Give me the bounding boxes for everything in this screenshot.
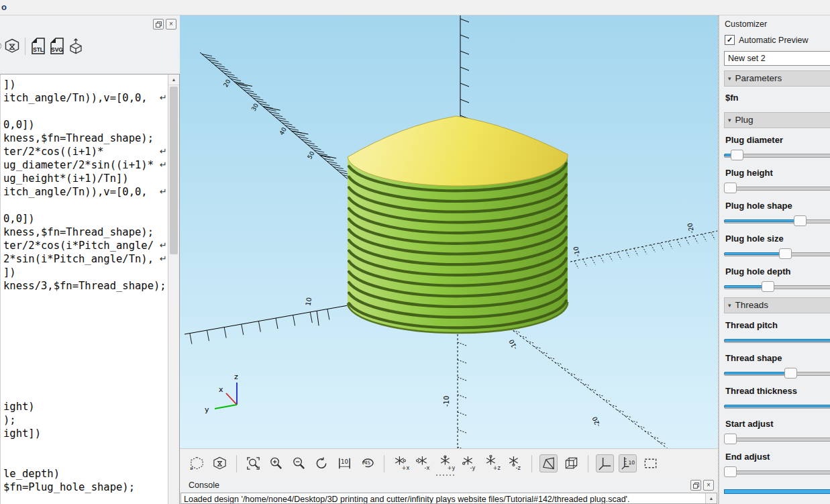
viewport-canvas[interactable]: -102030405010-10-20-10-20 zxy bbox=[180, 15, 718, 448]
preset-select[interactable]: New set 2 bbox=[724, 51, 830, 66]
scroll-up-icon[interactable]: ▲ bbox=[706, 493, 717, 504]
wrap-icon: ↵ bbox=[160, 146, 167, 156]
slider-plug-height[interactable] bbox=[724, 183, 830, 195]
svg-text:STL: STL bbox=[33, 46, 44, 53]
svg-text:»: » bbox=[190, 465, 193, 471]
window-title-fragment: o bbox=[1, 2, 7, 12]
editor-close-button[interactable]: × bbox=[166, 19, 176, 30]
code-line bbox=[3, 334, 168, 347]
parameter-name: Thread pitch bbox=[724, 319, 830, 335]
slider-handle[interactable] bbox=[724, 183, 737, 193]
openscad-window: o × » bbox=[0, 0, 830, 504]
view-all-button[interactable] bbox=[641, 454, 660, 472]
scroll-up-icon[interactable]: ▲ bbox=[168, 74, 179, 85]
orthogonal-view-button[interactable] bbox=[562, 454, 580, 472]
slider-plug-hole-shape[interactable] bbox=[724, 215, 830, 228]
export-svg-button[interactable]: SVG bbox=[48, 36, 66, 56]
section-header-threads[interactable]: ▾Threads bbox=[724, 297, 830, 313]
parameter-rows: ▾Parameters$fn▾PlugPlug diameterPlug hei… bbox=[724, 70, 830, 494]
view-plus-x-icon: +x bbox=[393, 455, 409, 472]
slider-handle[interactable] bbox=[724, 466, 737, 477]
slider-handle[interactable] bbox=[762, 281, 774, 292]
editor-scrollbar[interactable]: ▲ bbox=[168, 74, 179, 504]
console-title: Console bbox=[189, 481, 690, 490]
zoom-all-button[interactable] bbox=[244, 454, 262, 472]
automatic-preview-checkbox[interactable]: ✓ bbox=[725, 35, 735, 45]
wrap-icon: ↵ bbox=[160, 240, 167, 250]
export-stl-button[interactable]: STL bbox=[29, 36, 48, 56]
zoom-in-button[interactable] bbox=[267, 454, 285, 472]
code-area[interactable]: ])itch_angle/Tn)),v=[0,0,↵0,0])kness,$fn… bbox=[1, 74, 168, 504]
console-log[interactable]: Loaded design '/home/none4/Desktop/3D pr… bbox=[180, 493, 717, 504]
view-minus-z-button[interactable]: -z bbox=[506, 454, 524, 472]
console-float-button[interactable] bbox=[690, 480, 701, 491]
console-scrollbar[interactable]: ▲ bbox=[705, 493, 717, 503]
view-minus-y-button[interactable]: -y bbox=[460, 454, 478, 472]
view-plus-x-button[interactable]: +x bbox=[392, 454, 410, 472]
render-button[interactable] bbox=[3, 36, 21, 56]
slider-plug-hole-size[interactable] bbox=[724, 248, 830, 260]
svg-text:40: 40 bbox=[278, 126, 289, 136]
float-panel-icon bbox=[156, 21, 162, 28]
svg-text:-x: -x bbox=[425, 464, 430, 471]
render-button[interactable] bbox=[211, 454, 229, 472]
slider-handle[interactable] bbox=[779, 248, 792, 259]
svg-text:SVG: SVG bbox=[51, 46, 63, 53]
rotate-45-icon: 45 bbox=[360, 456, 375, 471]
collapse-arrow-icon: ▾ bbox=[728, 298, 731, 313]
section-header-parameters[interactable]: ▾Parameters bbox=[724, 70, 830, 87]
svg-text:50: 50 bbox=[306, 150, 316, 160]
parameter-name: Plug diameter bbox=[724, 134, 830, 150]
svg-text:-20: -20 bbox=[590, 415, 602, 428]
parameter-name: Plug height bbox=[724, 166, 830, 183]
3d-viewport[interactable]: -102030405010-10-20-10-20 zxy bbox=[180, 15, 718, 448]
display-aabb-icon bbox=[67, 38, 85, 55]
view-plus-z-button[interactable]: +z bbox=[483, 454, 501, 472]
show-scale-markers-button[interactable]: 10 bbox=[619, 454, 637, 472]
perspective-view-button[interactable] bbox=[539, 454, 558, 472]
show-axes-button[interactable] bbox=[596, 454, 614, 472]
console-close-button[interactable]: × bbox=[703, 480, 714, 491]
slider-plug-diameter[interactable] bbox=[724, 150, 830, 162]
slider-thread-thickness[interactable] bbox=[724, 401, 830, 413]
slider-plug-hole-depth[interactable] bbox=[724, 281, 830, 293]
svg-text:10: 10 bbox=[341, 458, 348, 465]
editor-scrollbar-thumb[interactable] bbox=[170, 87, 178, 254]
automatic-preview-row[interactable]: ✓ Automatic Preview bbox=[725, 35, 830, 45]
slider-handle[interactable] bbox=[731, 150, 743, 160]
code-editor[interactable]: ])itch_angle/Tn)),v=[0,0,↵0,0])kness,$fn… bbox=[0, 74, 180, 504]
code-line: kness,$fn=Thread_shape); bbox=[3, 132, 168, 146]
view-minus-x-button[interactable]: -x bbox=[415, 454, 433, 472]
slider-handle[interactable] bbox=[794, 215, 807, 226]
svg-text:x: x bbox=[219, 385, 223, 394]
zoom-out-button[interactable] bbox=[290, 454, 308, 472]
console-splitter-handle[interactable] bbox=[436, 474, 454, 476]
display-aabb-button[interactable] bbox=[66, 36, 85, 56]
checkmark-icon: ✓ bbox=[727, 36, 733, 44]
code-line bbox=[3, 320, 168, 334]
rotate-45-button[interactable]: 45 bbox=[358, 454, 376, 472]
editor-pane: × » STL bbox=[0, 15, 180, 504]
slider-end-adjust[interactable] bbox=[724, 466, 830, 478]
slider-thread-pitch[interactable] bbox=[724, 335, 830, 347]
code-line: ight) bbox=[3, 401, 168, 414]
console-message: Loaded design '/home/none4/Desktop/3D pr… bbox=[181, 493, 717, 504]
section-header-plug[interactable]: ▾Plug bbox=[724, 112, 830, 128]
slider-start-adjust[interactable] bbox=[724, 434, 830, 446]
view-distance-button[interactable]: 10 bbox=[335, 454, 354, 472]
slider-thread-shape[interactable] bbox=[724, 368, 830, 380]
preview-button[interactable]: » bbox=[188, 454, 206, 472]
reset-view-button[interactable] bbox=[313, 454, 331, 472]
slider-handle[interactable] bbox=[724, 434, 737, 444]
editor-float-button[interactable] bbox=[153, 19, 164, 30]
preview-icon: » bbox=[189, 456, 205, 471]
collapse-arrow-icon: ▾ bbox=[728, 71, 731, 86]
threaded-plug-model bbox=[348, 116, 568, 333]
slider-partial[interactable] bbox=[724, 487, 830, 494]
code-line: 2*sin(i*Pitch_angle/Tn),↵ bbox=[3, 253, 168, 266]
editor-toolbar: » STL SVG bbox=[0, 33, 85, 60]
parameter-label: $fn bbox=[724, 87, 830, 107]
svg-text:+x: +x bbox=[402, 464, 409, 471]
slider-handle[interactable] bbox=[784, 368, 797, 379]
view-plus-y-button[interactable]: +y bbox=[437, 454, 456, 472]
